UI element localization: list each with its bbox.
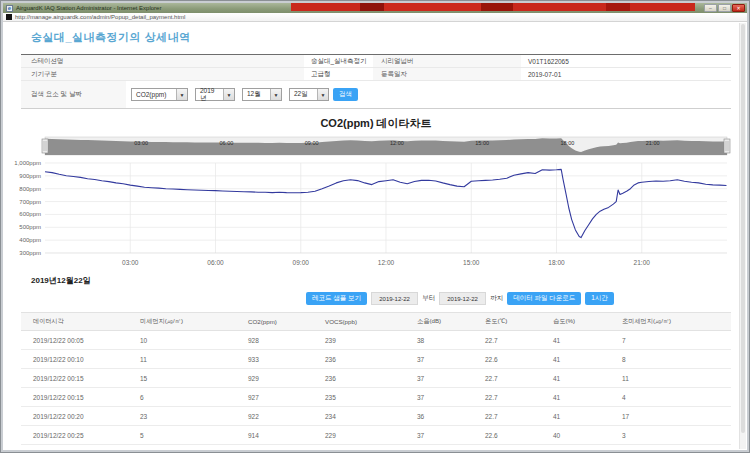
selected-date-heading: 2019년12월22일	[31, 275, 731, 286]
registration-date-value: 2019-07-01	[521, 68, 731, 80]
table-cell: 41	[541, 369, 610, 388]
svg-text:500ppm: 500ppm	[19, 224, 41, 230]
table-row: 2019/12/22 00:05109282393822.7417	[21, 331, 731, 350]
table-cell: 37	[405, 445, 473, 451]
column-header: VOCS(ppb)	[313, 313, 405, 331]
table-cell: 40	[541, 445, 610, 451]
table-cell: 22.7	[473, 407, 541, 426]
date-from-input[interactable]	[371, 292, 418, 305]
table-cell: 2019/12/22 00:15	[21, 369, 128, 388]
close-button[interactable]: ✕	[732, 4, 745, 12]
table-cell: 922	[236, 407, 313, 426]
table-cell: 2019/12/22 00:30	[21, 445, 128, 451]
table-cell: 38	[405, 331, 473, 350]
station-name-value: 숭실대_실내측정기	[304, 55, 373, 67]
scrollbar-thumb[interactable]	[741, 24, 745, 433]
table-cell: 11	[128, 350, 236, 369]
table-cell: 41	[541, 407, 610, 426]
internet-explorer-icon: e	[6, 5, 13, 12]
serial-number-label: 시리얼넘버	[373, 55, 521, 67]
table-cell: 933	[236, 350, 313, 369]
column-header: 미세먼지(㎍/㎥)	[128, 313, 236, 331]
table-cell: 5	[610, 445, 731, 451]
chart-svg: 03:0003:0006:0006:0009:0009:0012:0012:00…	[21, 135, 733, 269]
table-cell: 2019/12/22 00:20	[21, 407, 128, 426]
month-select[interactable]: 12월 ▼	[242, 88, 282, 101]
svg-text:03:00: 03:00	[122, 259, 139, 266]
table-cell: 5	[128, 426, 236, 445]
minimize-button[interactable]: –	[704, 4, 717, 12]
svg-text:09:00: 09:00	[305, 140, 319, 146]
chevron-down-icon: ▼	[176, 89, 187, 100]
scrollbar[interactable]	[739, 23, 746, 449]
table-cell: 2019/12/22 00:25	[21, 426, 128, 445]
to-label: 까지	[490, 294, 503, 303]
maximize-button[interactable]: □	[718, 4, 731, 12]
table-cell: 914	[236, 426, 313, 445]
table-cell: 40	[541, 426, 610, 445]
data-download-button[interactable]: 데이터 파일 다운로드	[507, 292, 581, 305]
table-cell: 22.6	[473, 350, 541, 369]
browser-window: e AirguardK IAQ Station Administrator - …	[0, 0, 750, 453]
svg-text:600ppm: 600ppm	[19, 211, 41, 217]
table-cell: 8	[128, 445, 236, 451]
table-row: 2019/12/22 00:15159292363722.74111	[21, 369, 731, 388]
table-cell: 239	[313, 331, 405, 350]
table-cell: 41	[541, 388, 610, 407]
table-cell: 2019/12/22 00:05	[21, 331, 128, 350]
table-cell: 929	[236, 369, 313, 388]
table-cell: 11	[610, 369, 731, 388]
column-header: 초미세먼지(㎍/㎥)	[610, 313, 731, 331]
page-title: 숭실대_실내측정기의 상세내역	[31, 30, 731, 45]
record-sample-button[interactable]: 레코드 샘플 보기	[306, 292, 367, 305]
svg-text:03:00: 03:00	[134, 140, 148, 146]
redacted-region	[291, 3, 695, 11]
svg-text:18:00: 18:00	[548, 259, 565, 266]
chevron-down-icon: ▼	[223, 89, 234, 100]
table-cell: 22.6	[473, 426, 541, 445]
column-header: 습도(%)	[541, 313, 610, 331]
interval-button[interactable]: 1시간	[585, 292, 614, 305]
table-cell: 2019/12/22 00:15	[21, 388, 128, 407]
table-cell: 22.7	[473, 331, 541, 350]
svg-text:06:00: 06:00	[220, 140, 234, 146]
search-button[interactable]: 검색	[333, 88, 358, 101]
table-cell: 41	[541, 331, 610, 350]
day-select[interactable]: 22일 ▼	[289, 88, 329, 101]
column-header: 소음(dB)	[405, 313, 473, 331]
url-field[interactable]: http://manage.airguardk.com/admin/Popup_…	[15, 13, 185, 21]
table-cell: 23	[128, 407, 236, 426]
year-select[interactable]: 2019년 ▼	[195, 88, 235, 101]
svg-text:15:00: 15:00	[475, 140, 489, 146]
table-row: 2019/12/22 00:20239222343622.74117	[21, 407, 731, 426]
svg-text:900ppm: 900ppm	[19, 173, 41, 179]
info-row-station: 스테이션명 숭실대_실내측정기 시리얼넘버 V01T1622065	[21, 55, 731, 68]
table-cell: 3	[610, 426, 731, 445]
table-cell: 37	[405, 426, 473, 445]
chevron-down-icon: ▼	[317, 89, 328, 100]
info-row-device: 기기구분 고급형 등록일자 2019-07-01	[21, 68, 731, 81]
search-element-select[interactable]: CO2(ppm) ▼	[131, 88, 188, 101]
svg-text:300ppm: 300ppm	[19, 250, 41, 256]
svg-text:09:00: 09:00	[293, 259, 310, 266]
table-cell: 235	[313, 388, 405, 407]
page-favicon-icon	[6, 14, 12, 20]
station-name-label: 스테이션명	[21, 55, 304, 67]
table-cell: 22.7	[473, 388, 541, 407]
svg-text:400ppm: 400ppm	[19, 237, 41, 243]
svg-text:18:00: 18:00	[561, 140, 575, 146]
registration-date-label: 등록일자	[373, 68, 521, 80]
device-type-value: 고급형	[304, 68, 373, 80]
device-type-label: 기기구분	[21, 68, 304, 80]
table-cell: 234	[313, 407, 405, 426]
svg-text:21:00: 21:00	[646, 140, 660, 146]
chart-title: CO2(ppm) 데이타차트	[21, 116, 731, 131]
svg-text:12:00: 12:00	[378, 259, 395, 266]
table-cell: 41	[541, 350, 610, 369]
co2-line-chart[interactable]: 03:0003:0006:0006:0009:0009:0012:0012:00…	[21, 135, 731, 269]
measurement-table: 데이터시각미세먼지(㎍/㎥)CO2(ppm)VOCS(ppb)소음(dB)온도(…	[21, 312, 731, 450]
table-cell: 22.6	[473, 445, 541, 451]
table-row: 2019/12/22 00:2559142293722.6403	[21, 426, 731, 445]
date-to-input[interactable]	[439, 292, 486, 305]
column-header: 온도(℃)	[473, 313, 541, 331]
